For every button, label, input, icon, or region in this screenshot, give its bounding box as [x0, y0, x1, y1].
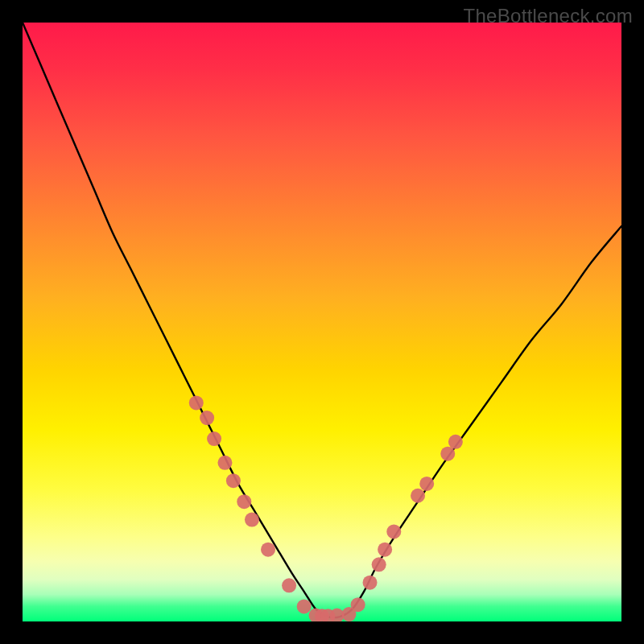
bottleneck-curve: [23, 23, 621, 617]
marker-dot: [419, 477, 434, 491]
marker-dot: [189, 395, 204, 410]
marker-dot: [386, 524, 401, 539]
marker-dot: [282, 578, 296, 592]
marker-dot: [237, 494, 251, 509]
marker-dot: [207, 431, 221, 446]
marker-dot: [226, 473, 241, 488]
marker-dot: [217, 456, 232, 470]
marker-dot: [411, 489, 425, 503]
chart-svg: [23, 23, 621, 621]
marker-dot: [440, 447, 455, 461]
marker-dot: [363, 576, 378, 590]
watermark-text: TheBottleneck.com: [463, 5, 633, 27]
marker-dot: [297, 599, 312, 613]
marker-dot: [378, 543, 392, 557]
marker-dot: [245, 513, 259, 527]
marker-dot: [200, 411, 214, 425]
marker-dot: [351, 597, 365, 612]
marker-dot: [261, 543, 275, 557]
marker-group: [189, 395, 463, 621]
chart-area: [23, 23, 621, 621]
marker-dot: [372, 557, 386, 572]
marker-dot: [448, 435, 463, 449]
